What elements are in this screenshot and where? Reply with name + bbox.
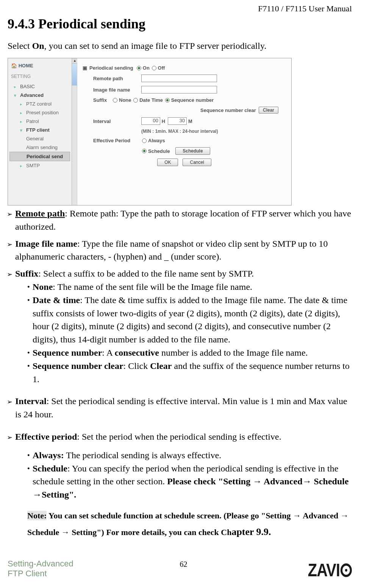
intro-pre: Select [8,41,32,51]
iv-label: Interval [15,396,47,406]
radio-schedule[interactable] [142,149,147,153]
sx-label: Suffix [15,269,38,278]
off-label: Off [158,65,165,71]
radio-off[interactable] [152,66,156,70]
interval-label: Interval [83,118,141,124]
radio-always[interactable] [142,138,147,143]
seq-clear-label: Sequence number clear [200,107,256,113]
rp-label: Remote path [15,208,65,218]
scroll-up-icon[interactable]: ▴ [72,58,77,64]
chevron-icon: ▸ [20,102,25,106]
sx-text: : Select a suffix to be added to the fil… [38,269,254,278]
dt-b: Date & time [33,295,80,305]
nav-home[interactable]: 🏠 HOME [9,61,75,72]
nav-ptz[interactable]: ▸PTZ control [9,100,75,108]
ef-text: : Set the period when the periodical sen… [77,432,281,442]
nav-ptz-label: PTZ control [26,101,52,107]
nav-patrol[interactable]: ▸Patrol [9,117,75,126]
nav-setting-heading: SETTING [9,72,75,82]
nav-smtp-label: SMTP [26,163,40,168]
note-part2: apter 9.9. [231,526,271,537]
if-label: Image file name [15,239,77,249]
remote-path-label: Remote path [83,76,141,81]
snc-bb: Clear [150,361,172,371]
section-title: 9.4.3 Periodical sending [8,16,352,32]
nav-patrol-label: Patrol [26,118,39,124]
sn-post: number is added to the Image file name. [159,348,308,358]
radio-none[interactable] [113,98,117,103]
item-suffix: Suffix: Select a suffix to be added to t… [8,267,352,280]
row-interval: Interval 00 H 30 M [83,117,286,125]
body-content: Remote path: Remote path: Type the path … [8,207,352,541]
sub-always: Always: The periodical sending is always… [27,449,352,462]
row-suffix: Suffix None Date Time Sequence number [83,97,286,103]
nav-home-label: HOME [19,63,33,68]
row-image-file: Image file name [83,86,286,93]
minutes-unit: M [188,118,192,124]
sub-seqclear: Sequence number clear: Click Clear and t… [27,359,352,386]
radio-seqnum[interactable] [165,98,170,103]
sub-datetime: Date & time: The date & time suffix is a… [27,294,352,346]
embedded-screenshot: ▴ 🏠 HOME SETTING ▸BASIC ▾Advanced ▸PTZ c… [8,58,292,205]
snc-pre: : Click [123,361,150,371]
image-file-input[interactable] [141,86,217,93]
item-remote-path: Remote path: Remote path: Type the path … [8,207,352,233]
periodical-sending-label: Periodical sending [89,65,133,71]
effective-label: Effective Period [83,138,141,143]
image-file-label: Image file name [83,87,141,93]
dt-t: : The date & time suffix is added to the… [33,295,347,344]
radio-datetime[interactable] [133,98,138,103]
none-t: : The name of the sent file will be the … [53,282,252,292]
sc-b: Schedule [33,464,67,473]
row-seq-clear: Sequence number clear Clear [83,107,286,114]
nav-ftp[interactable]: ▾FTP client [9,126,75,134]
nav-smtp[interactable]: ▸SMTP [9,161,75,170]
nav-general[interactable]: General [9,134,75,143]
on-label: On [143,65,150,71]
intro-text: Select On, you can set to send an image … [8,41,352,51]
item-effective: Effective period: Set the period when th… [8,430,352,443]
remote-path-input[interactable] [141,75,217,82]
ok-button[interactable]: OK [157,159,178,166]
nav-basic[interactable]: ▸BASIC [9,82,75,91]
nav-preset-label: Preset position [26,110,59,115]
interval-minutes-input[interactable]: 30 [168,117,187,125]
row-schedule: Schedule Schedule [83,147,286,155]
interval-hours-input[interactable]: 00 [141,117,160,125]
note-label: Note: [27,511,47,520]
nav-basic-label: BASIC [20,84,35,89]
schedule-label: Schedule [148,148,170,154]
footer-line2: FTP Client [8,569,73,579]
note-part1: You can set schedule function at schedul… [27,511,349,537]
clear-button[interactable]: Clear [259,107,278,114]
row-remote-path: Remote path [83,75,286,82]
intro-post: , you can set to send an image file to F… [44,41,267,51]
seqnum-label: Sequence number [171,97,214,103]
none-b: None [33,282,53,292]
nav-periodical-sending[interactable]: Periodical send [9,152,70,161]
nav-advanced[interactable]: ▾Advanced [9,91,75,100]
suffix-label: Suffix [83,97,112,103]
sub-schedule: Schedule: You can specify the period whe… [27,462,352,501]
radio-on[interactable] [137,66,141,70]
scroll-thumb[interactable] [72,64,77,86]
schedule-button[interactable]: Schedule [175,147,210,155]
row-effective: Effective Period Always [83,138,286,143]
nav-preset[interactable]: ▸Preset position [9,108,75,117]
note-block: Note: You can set schedule function at s… [27,508,352,541]
manual-page: F7110 / F7115 User Manual 9.4.3 Periodic… [0,0,367,586]
sn-bb: consecutive [115,348,159,358]
row-ok-cancel: OK Cancel [83,159,286,166]
chevron-icon: ▾ [14,93,19,98]
scrollbar[interactable]: ▴ [72,58,77,205]
sub-none: None: The name of the sent file will be … [27,280,352,294]
nav-tree: 🏠 HOME SETTING ▸BASIC ▾Advanced ▸PTZ con… [8,58,77,172]
none-label: None [119,97,131,103]
chevron-icon: ▸ [20,119,25,124]
settings-panel: ▣ Periodical sending On Off Remote path … [77,58,291,205]
snc-b: Sequence number clear [33,361,123,371]
sn-pre: : A [102,348,114,358]
nav-alarm[interactable]: Alarm sending [9,143,75,152]
sidebar: ▴ 🏠 HOME SETTING ▸BASIC ▾Advanced ▸PTZ c… [8,58,77,205]
cancel-button[interactable]: Cancel [183,159,211,166]
